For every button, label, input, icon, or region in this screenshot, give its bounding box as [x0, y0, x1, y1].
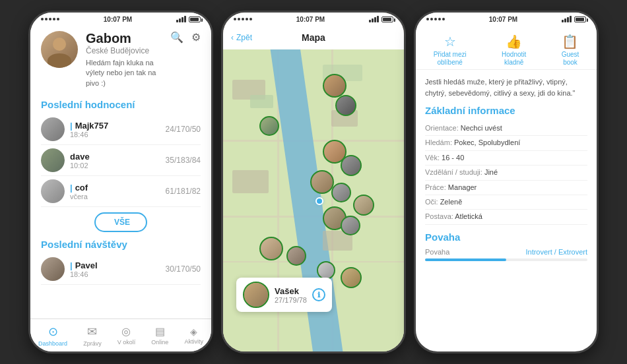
- map-title: Mapa: [302, 32, 325, 43]
- nav-nearby[interactable]: ◎ V okolí: [117, 325, 136, 346]
- personality-title: Povaha: [425, 231, 587, 243]
- phone-map: 10:07 PM ‹ Zpět Mapa: [221, 11, 406, 353]
- signal-bars-3: [562, 16, 572, 22]
- visit-score-1: 30/170/50: [166, 264, 201, 274]
- nav-label-dashboard: Dashboard: [38, 340, 67, 347]
- online-icon: ▤: [155, 325, 165, 338]
- rating-avatar-2: [41, 148, 65, 172]
- rating-item-1: | Majk757 18:46 24/170/50: [41, 114, 201, 145]
- user-info: Gabom České Budějovice Hledám fajn kluka…: [86, 31, 162, 88]
- popup-name: Vašek: [275, 286, 307, 296]
- username: Gabom: [86, 31, 162, 46]
- info-row-eyes: Oči: Zeleně: [425, 195, 587, 210]
- map-pin-1[interactable]: [323, 74, 346, 98]
- nav-dashboard[interactable]: ⊙ Dashboard: [38, 324, 67, 347]
- popup-info: Vašek 27/179/78: [275, 286, 307, 304]
- time-1: 10:07 PM: [104, 16, 132, 23]
- basic-info-title: Základní informace: [425, 105, 587, 116]
- status-bar-3: 10:07 PM: [416, 13, 597, 26]
- signal-dots: [41, 18, 59, 20]
- nav-activity[interactable]: ◈ Aktivity: [184, 326, 203, 345]
- tab-favorites[interactable]: ☆ Přidat mezioblíbené: [428, 31, 472, 69]
- personality-item: Povaha Introvert / Extrovert: [425, 248, 587, 256]
- info-row-orientation: Orientace: Nechci uvést: [425, 121, 587, 136]
- vse-button[interactable]: VŠE: [94, 212, 147, 232]
- rating-item-2: dave 10:02 35/183/84: [41, 145, 201, 176]
- rating-time-3: včera: [70, 193, 160, 200]
- rating-pipe-1: |: [70, 121, 73, 131]
- ratings-section-title: Poslední hodnocení: [41, 99, 201, 110]
- phone-profile: 10:07 PM Gabom České Budějovice Hled: [28, 11, 213, 353]
- rating-name-2: dave: [70, 152, 160, 162]
- nav-label-nearby: V okolí: [117, 339, 136, 346]
- avatar: [41, 31, 78, 68]
- time-3: 10:07 PM: [489, 16, 517, 23]
- info-row-figure: Postava: Atletická: [425, 210, 587, 224]
- map-pin-7[interactable]: [331, 183, 351, 202]
- nearby-icon: ◎: [121, 325, 131, 338]
- personality-section: Povaha Povaha Introvert / Extrovert: [425, 231, 587, 261]
- info-row-looking: Hledám: Pokec, Spolubydlení: [425, 136, 587, 150]
- map-pin-11[interactable]: [259, 237, 283, 260]
- visits-section-title: Poslední návštěvy: [41, 239, 201, 250]
- rating-info-3: | cof včera: [70, 183, 160, 200]
- search-icon[interactable]: 🔍: [170, 31, 183, 44]
- map-pin-3[interactable]: [259, 116, 279, 136]
- book-icon: 📋: [562, 34, 578, 49]
- rating-score-2: 35/183/84: [166, 156, 201, 165]
- rating-name-1: | Majk757: [70, 121, 160, 131]
- rating-item-3: | cof včera 61/181/82: [41, 176, 201, 207]
- map-popup[interactable]: Vašek 27/179/78 ℹ: [236, 278, 332, 312]
- info-row-education: Vzdělání / studuji: Jiné: [425, 166, 587, 180]
- back-button[interactable]: ‹ Zpět: [231, 33, 252, 42]
- user-bio: Hledám fajn kluka na výlety nebo jen tak…: [86, 58, 162, 88]
- visit-time-1: 18:46: [70, 270, 160, 278]
- map-pin-12[interactable]: [286, 246, 306, 266]
- detail-tabs: ☆ Přidat mezioblíbené 👍 Hodnotitkladně 📋…: [416, 26, 597, 70]
- personality-progress-fill: [425, 258, 506, 261]
- activity-icon: ◈: [190, 326, 197, 337]
- nav-online[interactable]: ▤ Online: [151, 325, 168, 346]
- phones-container: 10:07 PM Gabom České Budějovice Hled: [28, 11, 599, 353]
- nav-label-messages: Zprávy: [83, 340, 102, 347]
- signal-bars-1: [176, 16, 186, 22]
- personality-value: Introvert / Extrovert: [525, 248, 587, 256]
- rating-avatar-1: [41, 117, 65, 141]
- popup-stats: 27/179/78: [275, 296, 307, 304]
- messages-icon: ✉: [87, 324, 97, 339]
- signal-dots-2: [234, 18, 252, 20]
- map-pin-14[interactable]: [341, 267, 362, 288]
- nav-label-online: Online: [151, 339, 168, 346]
- map-pin-6[interactable]: [310, 170, 334, 194]
- info-row-age: Věk: 16 - 40: [425, 151, 587, 166]
- gear-icon[interactable]: ⚙: [191, 31, 201, 44]
- rating-info-1: | Majk757 18:46: [70, 121, 160, 138]
- rating-avatar-3: [41, 179, 65, 203]
- personality-progress-bar: [425, 258, 587, 261]
- tab-rate[interactable]: 👍 Hodnotitkladně: [496, 31, 531, 69]
- tab-guestbook[interactable]: 📋 Guestbook: [556, 31, 585, 69]
- map-pin-8[interactable]: [353, 195, 374, 216]
- user-location: České Budějovice: [86, 46, 162, 55]
- map-pin-2[interactable]: [335, 95, 356, 116]
- popup-info-button[interactable]: ℹ: [312, 288, 325, 301]
- map-pin-10[interactable]: [341, 216, 360, 235]
- battery-1: [189, 16, 201, 22]
- visit-item-1: | Pavel 18:46 30/170/50: [41, 254, 201, 285]
- popup-avatar: [243, 282, 269, 308]
- phone-detail: 10:07 PM ☆ Přidat mezioblíbené 👍 Hodnoti…: [414, 11, 599, 353]
- map-area[interactable]: Vašek 27/179/78 ℹ: [223, 49, 404, 351]
- tab-favorites-label: Přidat mezioblíbené: [434, 51, 467, 67]
- nav-messages[interactable]: ✉ Zprávy: [83, 324, 102, 347]
- back-label: Zpět: [236, 33, 252, 42]
- signal-bars-2: [369, 16, 379, 22]
- map-pin-13[interactable]: [317, 261, 335, 280]
- visit-avatar-1: [41, 257, 65, 281]
- battery-2: [381, 16, 393, 22]
- status-bar-2: 10:07 PM: [223, 13, 404, 26]
- rating-time-1: 18:46: [70, 131, 160, 138]
- personality-label: Povaha: [425, 248, 449, 256]
- visit-name-1: | Pavel: [70, 260, 160, 270]
- visit-info-1: | Pavel 18:46: [70, 260, 160, 278]
- profile-header: Gabom České Budějovice Hledám fajn kluka…: [30, 26, 211, 92]
